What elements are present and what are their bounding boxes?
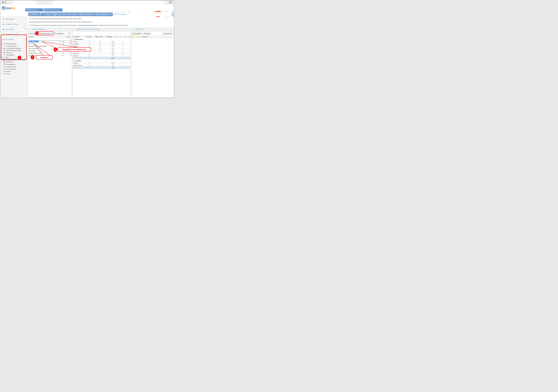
list-view-button[interactable] xyxy=(68,32,71,35)
tab-zeitbuchungsliste[interactable]: Zeitbuchungsliste xyxy=(64,12,80,16)
column-t2[interactable]: T.. xyxy=(128,36,130,37)
toleranz-value[interactable]: 0 xyxy=(120,46,123,47)
wichtige-funktionen-button[interactable]: Wichtige Funktionen✕ xyxy=(44,8,62,11)
close-icon[interactable]: ✕ xyxy=(40,13,40,14)
sidebar-item-schichtplaner[interactable]: Schichtplaner xyxy=(0,61,26,63)
info-icon[interactable] xyxy=(63,55,64,56)
toleranz-value[interactable]: 0 xyxy=(120,50,123,52)
refresh-templates-button[interactable]: Aktualisieren xyxy=(54,32,65,35)
info-icon[interactable] xyxy=(63,41,64,42)
edit-icon[interactable] xyxy=(60,45,61,47)
wochenplan-row-feiertag[interactable]: Feiertag 0.00 0 xyxy=(73,62,131,64)
help-icon[interactable]: ? xyxy=(24,23,26,25)
column-e[interactable]: E.. xyxy=(124,36,126,37)
column-wochentag[interactable]: Wochentag xyxy=(73,36,79,37)
collapse-group-icon[interactable] xyxy=(73,60,75,61)
column-von[interactable]: Vo... xyxy=(132,36,134,37)
toleranz-value[interactable]: 0 xyxy=(120,65,123,66)
close-icon[interactable]: ✕ xyxy=(61,8,62,10)
wochenplan-row-halber-feiertag[interactable]: Halber Feiertag 4.00 0 xyxy=(73,64,131,67)
add-dayplan-button[interactable]: hinzufügen xyxy=(131,32,142,35)
tab-dashboard[interactable]: Dashboard xyxy=(41,12,53,16)
arbeitstag-checkbox[interactable] xyxy=(89,55,90,56)
wochenplan-row-samstag[interactable]: Samstag 0.00 0 xyxy=(73,52,131,55)
sidebar-item-accountverwaltung[interactable]: Accountverwaltung xyxy=(0,68,26,70)
sollstunden-value[interactable]: 8.00 xyxy=(107,48,114,49)
sidebar-item-auswertungen[interactable]: Auswertungen? xyxy=(0,27,26,32)
sollstunden-value[interactable]: 0.00 xyxy=(107,55,114,56)
sollstunden-value[interactable]: 0.00 xyxy=(107,62,114,64)
halber-urlaub-checkbox[interactable] xyxy=(99,48,100,49)
sidebar-item-zeitbuchungen[interactable]: Zeitbuchungen? xyxy=(0,17,26,21)
wochenplan-row-montag[interactable]: Montag 8.00 0 xyxy=(73,41,131,43)
toleranz-value[interactable]: 0 xyxy=(120,48,123,49)
vorlagen-table-header[interactable]: Vorlagen ↑ Status xyxy=(28,36,72,38)
column-halber-urlaub[interactable]: Halber Urlaub... xyxy=(95,36,104,37)
wochenplan-row-sonntag[interactable]: Sonntag 0.00 0 xyxy=(73,55,131,57)
deactivate-icon[interactable] xyxy=(70,52,71,54)
wochenplan-table-header[interactable]: Wochentag Arbeitstag Halber Urlaub... So… xyxy=(73,36,131,38)
sollstunden-value[interactable]: 8.00 xyxy=(107,46,114,47)
sollstunden-value[interactable]: 8.00 xyxy=(107,41,114,42)
window-dot-yellow[interactable] xyxy=(5,1,6,3)
vorlagen-row-editing[interactable]: 40h / Woche_copy xyxy=(28,40,72,42)
deactivate-icon[interactable] xyxy=(70,55,71,56)
column-bis[interactable]: Bis xyxy=(138,36,139,37)
column-stundenart[interactable]: Stundenart xyxy=(142,36,148,37)
column-status[interactable]: Status xyxy=(66,36,70,37)
column-sollstunden[interactable]: Sollstunden xyxy=(106,36,113,37)
edit-icon[interactable] xyxy=(60,55,61,56)
willkommenstour-button[interactable]: Willkommenstour✕ xyxy=(25,8,44,11)
tab-stundenabrechnung[interactable]: Stundenabrechnung xyxy=(80,12,97,16)
vorlagen-row[interactable]: 40h / Woche xyxy=(28,43,72,45)
browser-menu-icon[interactable] xyxy=(169,1,172,4)
arbeitstag-checkbox[interactable] xyxy=(89,53,90,54)
template-name-input[interactable]: 40h / Woche_copy xyxy=(28,41,60,42)
vorlagen-row[interactable]: 40h Woche mit Nachtzuschlägen xyxy=(28,45,72,47)
sollstunden-value[interactable]: 0.00 xyxy=(107,53,114,54)
wochenplan-row-dienstag[interactable]: Dienstag 8.00 0 xyxy=(73,43,131,45)
window-dot-blue[interactable] xyxy=(2,1,4,3)
browser-tab[interactable] xyxy=(12,0,36,4)
deactivate-icon[interactable] xyxy=(70,41,71,42)
halber-urlaub-checkbox[interactable] xyxy=(99,50,100,52)
group-icon[interactable] xyxy=(68,43,70,45)
sidebar-item-kontakt[interactable]: Kontakt xyxy=(0,73,26,75)
help-icon[interactable]: ? xyxy=(24,18,26,20)
halber-urlaub-checkbox[interactable] xyxy=(99,46,100,47)
halber-urlaub-checkbox[interactable] xyxy=(99,43,100,45)
column-b[interactable]: B.. xyxy=(116,36,117,37)
toleranz-value[interactable]: 0 xyxy=(120,62,123,64)
browser-tab-wide[interactable] xyxy=(52,0,165,4)
tab-willkommen[interactable]: Willkommen✕ xyxy=(28,12,41,16)
refresh-dayplan-button[interactable]: Aktualisieren xyxy=(162,32,174,35)
tagesplan-table-header[interactable]: Vo... ↑ Bis Stundenart xyxy=(131,36,174,38)
sidebar-item-account-einstellungen[interactable]: Account-Einstellungen xyxy=(0,66,26,68)
toleranz-value[interactable]: 0 xyxy=(120,43,123,45)
halber-urlaub-checkbox[interactable] xyxy=(99,41,100,42)
column-vorlagen[interactable]: Vorlagen xyxy=(29,36,34,37)
info-icon[interactable] xyxy=(63,45,64,47)
group-row-feiertage[interactable]: Feiertage: xyxy=(73,60,131,62)
close-icon[interactable]: ✕ xyxy=(42,8,43,10)
sidebar-item-feiertagskalender[interactable]: 3 Feiertagskalender xyxy=(0,63,26,66)
arbeitstag-checkbox[interactable] xyxy=(89,62,90,64)
sidebar-item-aufgabenverwaltung[interactable]: Aufgabenverwaltung? xyxy=(0,22,26,26)
group-icon[interactable] xyxy=(68,45,70,47)
info-icon[interactable] xyxy=(63,52,64,54)
collapse-group-icon[interactable] xyxy=(73,39,75,40)
edit-icon[interactable] xyxy=(60,43,61,45)
toleranz-value[interactable]: 0 xyxy=(120,41,123,42)
tab-statusuebersicht[interactable]: Statusübersicht xyxy=(97,12,113,16)
info-icon[interactable] xyxy=(63,43,64,45)
toleranz-value[interactable]: 0 xyxy=(120,53,123,54)
sollstunden-value[interactable]: 4.00 xyxy=(107,65,114,66)
column-t1[interactable]: T.. xyxy=(120,36,122,37)
wochenplan-row-mittwoch[interactable]: Mittwoch 8.00 0 xyxy=(73,45,131,48)
close-icon[interactable]: ✕ xyxy=(128,12,129,14)
delete-dayplan-button[interactable]: löschen xyxy=(143,32,151,35)
sollstunden-value[interactable]: 8.00 xyxy=(107,50,114,52)
window-dot-white[interactable] xyxy=(8,1,9,3)
edit-icon[interactable] xyxy=(60,41,62,42)
sollstunden-value[interactable]: 8.00 xyxy=(107,43,114,45)
